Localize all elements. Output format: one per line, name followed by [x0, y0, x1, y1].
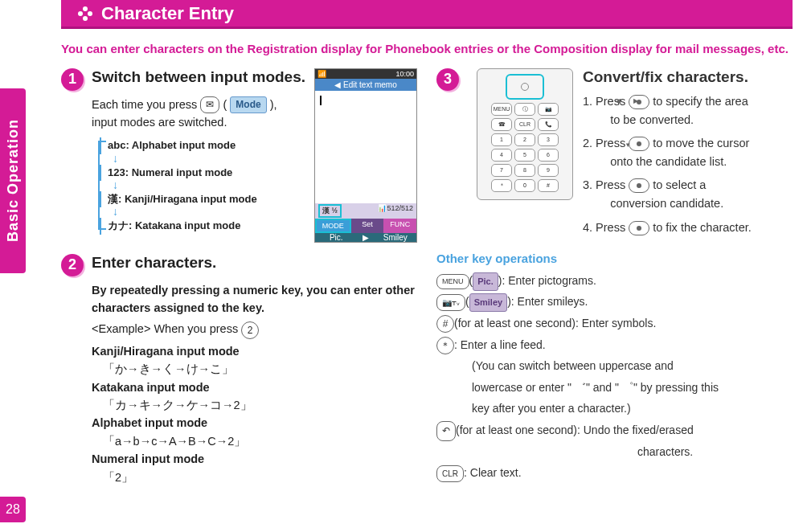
star-key-icon: ＊	[436, 337, 454, 354]
step-1-title: Switch between input modes.	[92, 68, 305, 86]
svg-point-0	[83, 6, 88, 11]
dpad-left-right-icon: ◀▶	[629, 95, 649, 109]
dpad-center-icon	[629, 221, 649, 235]
phone-screen-mock: 📶10:00 ◀ Edit text memo 漢 ½ 📊512/512 MOD…	[314, 68, 417, 243]
op-linefeed-note2: lowercase or enter " ゛" and " ゜" by pres…	[472, 377, 793, 399]
convert-item-1: 1. Press ◀▶ to specify the area to be co…	[583, 92, 793, 129]
key-2-icon: 2	[241, 321, 259, 339]
call-key-icon: ↶	[436, 421, 456, 441]
mode-kata-seq: 「カ→キ→ク→ケ→コ→2」	[103, 396, 417, 414]
step-badge-1: 1	[61, 68, 84, 91]
softkey-pic: Pic.	[315, 233, 358, 242]
mode-kata-label: Katakana input mode	[92, 379, 417, 396]
dpad-all-icon	[629, 178, 649, 193]
step1-paren-close: ),	[270, 98, 277, 111]
page-number: 28	[0, 497, 26, 522]
mode-kanji-seq: 「か→き→く→け→こ」	[103, 360, 417, 378]
flower-icon	[76, 4, 95, 23]
arrow-down-icon: ↓	[113, 207, 306, 216]
flow-abc: abc: Alphabet input mode	[100, 137, 306, 153]
arrow-left-icon: ◀	[334, 80, 341, 89]
signal-icon: 📶	[317, 70, 326, 78]
op-linefeed-note1: (You can switch between uppercase and	[472, 355, 793, 377]
arrow-down-icon: ↓	[113, 181, 306, 190]
section-tab: Basic Operation	[0, 88, 26, 273]
step-2: 2 Enter characters.	[61, 254, 417, 276]
mode-kanji-label: Kanji/Hiragana input mode	[92, 342, 417, 360]
step1-paren-open: (	[223, 98, 227, 111]
step2-sub: By repeatedly pressing a numeric key, yo…	[92, 281, 417, 317]
clr-key-icon: CLR	[436, 465, 464, 482]
smiley-softkey: Smiley	[469, 293, 507, 312]
char-counter: 📊512/512	[378, 204, 413, 218]
flow-123: 123: Numeral input mode	[100, 165, 306, 181]
arrow-down-icon: ↓	[113, 154, 306, 163]
svg-point-2	[78, 11, 83, 16]
example-label: <Example> When you press	[92, 322, 241, 335]
hash-key-icon: #	[436, 315, 454, 333]
key-clr: CLR	[514, 118, 535, 131]
intro-text: You can enter characters on the Registra…	[61, 40, 793, 59]
mode-softkey: Mode	[230, 96, 266, 113]
op-pictograms: MENU(Pic.): Enter pictograms.	[436, 270, 793, 292]
op-undo-2: characters.	[637, 441, 793, 463]
pic-softkey: Pic.	[473, 272, 498, 291]
step1-line2: input modes are switched.	[92, 116, 227, 129]
menu-key-icon: MENU	[436, 274, 469, 289]
mail-key-icon: ✉	[200, 96, 219, 113]
softkey-set: Set	[351, 219, 384, 233]
op-smileys: 📷ᴛᵥ(Smiley): Enter smileys.	[436, 291, 793, 313]
page-title: Character Entry	[101, 3, 234, 24]
dpad-highlight	[506, 74, 544, 100]
key-menu: MENU	[491, 103, 512, 116]
step-1: 1 Switch between input modes.	[61, 68, 306, 91]
step-badge-3: 3	[436, 68, 459, 91]
phone-title: Edit text memo	[343, 80, 397, 89]
dpad-down-icon: ▼	[629, 137, 649, 151]
op-symbols: #(for at least one second): Enter symbol…	[436, 313, 793, 334]
svg-point-3	[88, 11, 92, 16]
camera-key-icon: 📷ᴛᵥ	[436, 294, 465, 311]
convert-item-4: 4. Press to fix the character.	[583, 219, 793, 237]
convert-item-3: 3. Press to select a conversion candidat…	[583, 176, 793, 213]
step-badge-2: 2	[61, 254, 84, 276]
section-tab-label: Basic Operation	[5, 119, 22, 242]
clock: 10:00	[395, 70, 414, 78]
mode-indicator: 漢 ½	[318, 204, 342, 218]
convert-item-2: 2. Press ▼ to move the cursor onto the c…	[583, 134, 793, 171]
op-clear: CLR: Clear text.	[436, 462, 793, 484]
svg-point-1	[83, 16, 88, 21]
page-title-bar: Character Entry	[61, 0, 793, 29]
step-3-title: Convert/fix characters.	[583, 68, 793, 86]
step-2-title: Enter characters.	[92, 254, 216, 272]
softkey-func: FUNC	[383, 219, 416, 233]
softkey-mode: MODE	[315, 219, 351, 233]
step1-line1a: Each time you press	[92, 98, 200, 111]
op-linefeed: ＊: Enter a line feed.	[436, 334, 793, 356]
phone-keypad-mock: MENUⓘ📷 ☎CLR📞 123 456 789 ＊0#	[477, 68, 573, 200]
softkey-smiley: Smiley	[375, 233, 417, 242]
other-ops-heading: Other key operations	[436, 252, 793, 265]
mode-num-seq: 「2」	[103, 469, 417, 486]
flow-kanji: 漢: Kanji/Hiragana input mode	[100, 191, 306, 207]
op-linefeed-note3: key after you enter a character.)	[472, 398, 793, 419]
op-undo: ↶(for at least one second): Undo the fix…	[436, 419, 793, 441]
sidebar: Basic Operation 28	[0, 0, 47, 532]
input-mode-flow: abc: Alphabet input mode ↓ 123: Numeral …	[100, 137, 306, 234]
mode-alpha-label: Alphabet input mode	[92, 414, 417, 432]
flow-kata: カナ: Katakana input mode	[100, 218, 306, 234]
svg-point-4	[84, 11, 87, 14]
mode-num-label: Numeral input mode	[92, 450, 417, 468]
mode-alpha-seq: 「a→b→c→A→B→C→2」	[103, 432, 417, 450]
